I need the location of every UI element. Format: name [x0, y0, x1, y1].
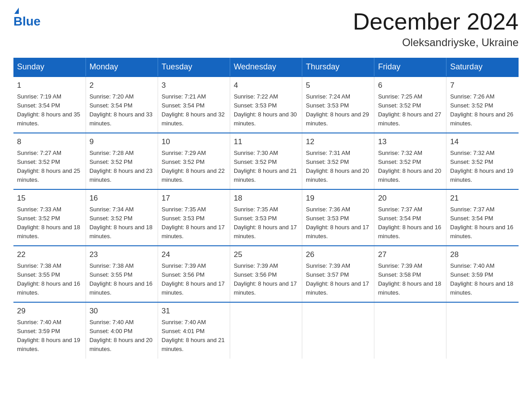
day-info: Sunrise: 7:27 AMSunset: 3:52 PMDaylight:…	[17, 149, 82, 185]
day-info: Sunrise: 7:21 AMSunset: 3:54 PMDaylight:…	[162, 92, 226, 128]
day-info: Sunrise: 7:28 AMSunset: 3:52 PMDaylight:…	[90, 149, 154, 185]
logo: Blue	[13, 9, 41, 28]
calendar-cell: 1 Sunrise: 7:19 AMSunset: 3:54 PMDayligh…	[13, 77, 86, 133]
day-number: 3	[162, 80, 226, 91]
day-number: 7	[450, 80, 515, 91]
day-info: Sunrise: 7:34 AMSunset: 3:52 PMDaylight:…	[90, 205, 154, 241]
calendar-cell: 5 Sunrise: 7:24 AMSunset: 3:53 PMDayligh…	[302, 77, 374, 133]
calendar-cell: 11 Sunrise: 7:30 AMSunset: 3:52 PMDaylig…	[230, 133, 302, 189]
weekday-header-tuesday: Tuesday	[158, 58, 230, 77]
day-info: Sunrise: 7:39 AMSunset: 3:56 PMDaylight:…	[234, 261, 298, 298]
day-number: 23	[90, 249, 154, 261]
weekday-header-sunday: Sunday	[13, 58, 86, 77]
calendar-cell: 28 Sunrise: 7:40 AMSunset: 3:59 PMDaylig…	[446, 246, 519, 302]
weekday-header-saturday: Saturday	[446, 58, 519, 77]
day-info: Sunrise: 7:19 AMSunset: 3:54 PMDaylight:…	[17, 92, 82, 128]
location-title: Oleksandriyske, Ukraine	[353, 36, 519, 49]
calendar-cell: 21 Sunrise: 7:37 AMSunset: 3:54 PMDaylig…	[446, 189, 519, 246]
day-number: 16	[90, 193, 154, 204]
day-number: 1	[17, 80, 82, 91]
calendar-week-row: 1 Sunrise: 7:19 AMSunset: 3:54 PMDayligh…	[13, 77, 519, 133]
calendar-week-row: 8 Sunrise: 7:27 AMSunset: 3:52 PMDayligh…	[13, 133, 519, 189]
day-info: Sunrise: 7:39 AMSunset: 3:58 PMDaylight:…	[378, 261, 442, 298]
day-info: Sunrise: 7:20 AMSunset: 3:54 PMDaylight:…	[90, 92, 154, 128]
calendar-cell: 24 Sunrise: 7:39 AMSunset: 3:56 PMDaylig…	[158, 246, 230, 302]
calendar-cell: 8 Sunrise: 7:27 AMSunset: 3:52 PMDayligh…	[13, 133, 86, 189]
calendar-table: SundayMondayTuesdayWednesdayThursdayFrid…	[13, 58, 519, 358]
calendar-cell: 10 Sunrise: 7:29 AMSunset: 3:52 PMDaylig…	[158, 133, 230, 189]
day-info: Sunrise: 7:32 AMSunset: 3:52 PMDaylight:…	[378, 149, 442, 185]
weekday-header-row: SundayMondayTuesdayWednesdayThursdayFrid…	[13, 58, 519, 77]
calendar-cell: 26 Sunrise: 7:39 AMSunset: 3:57 PMDaylig…	[302, 246, 374, 302]
day-number: 13	[378, 136, 442, 148]
calendar-cell: 16 Sunrise: 7:34 AMSunset: 3:52 PMDaylig…	[86, 189, 158, 246]
calendar-week-row: 29 Sunrise: 7:40 AMSunset: 3:59 PMDaylig…	[13, 302, 519, 358]
day-info: Sunrise: 7:35 AMSunset: 3:53 PMDaylight:…	[234, 205, 298, 241]
day-info: Sunrise: 7:37 AMSunset: 3:54 PMDaylight:…	[450, 205, 515, 241]
day-number: 22	[17, 249, 82, 261]
day-number: 5	[306, 80, 370, 91]
weekday-header-friday: Friday	[374, 58, 446, 77]
calendar-cell	[446, 302, 519, 358]
day-info: Sunrise: 7:40 AMSunset: 4:01 PMDaylight:…	[162, 318, 226, 354]
day-info: Sunrise: 7:40 AMSunset: 4:00 PMDaylight:…	[90, 318, 154, 354]
day-number: 15	[17, 193, 82, 204]
calendar-cell: 2 Sunrise: 7:20 AMSunset: 3:54 PMDayligh…	[86, 77, 158, 133]
calendar-cell: 27 Sunrise: 7:39 AMSunset: 3:58 PMDaylig…	[374, 246, 446, 302]
day-number: 24	[162, 249, 226, 261]
calendar-cell: 6 Sunrise: 7:25 AMSunset: 3:52 PMDayligh…	[374, 77, 446, 133]
calendar-cell: 22 Sunrise: 7:38 AMSunset: 3:55 PMDaylig…	[13, 246, 86, 302]
day-info: Sunrise: 7:39 AMSunset: 3:56 PMDaylight:…	[162, 261, 226, 298]
day-info: Sunrise: 7:40 AMSunset: 3:59 PMDaylight:…	[17, 318, 82, 354]
day-number: 21	[450, 193, 515, 204]
day-number: 6	[378, 80, 442, 91]
calendar-cell: 12 Sunrise: 7:31 AMSunset: 3:52 PMDaylig…	[302, 133, 374, 189]
day-number: 8	[17, 136, 82, 148]
day-number: 14	[450, 136, 515, 148]
day-number: 4	[234, 80, 298, 91]
day-info: Sunrise: 7:40 AMSunset: 3:59 PMDaylight:…	[450, 261, 515, 298]
calendar-week-row: 15 Sunrise: 7:33 AMSunset: 3:52 PMDaylig…	[13, 189, 519, 246]
month-title: December 2024	[353, 9, 519, 34]
day-info: Sunrise: 7:26 AMSunset: 3:52 PMDaylight:…	[450, 92, 515, 128]
weekday-header-wednesday: Wednesday	[230, 58, 302, 77]
day-info: Sunrise: 7:22 AMSunset: 3:53 PMDaylight:…	[234, 92, 298, 128]
calendar-cell: 9 Sunrise: 7:28 AMSunset: 3:52 PMDayligh…	[86, 133, 158, 189]
day-info: Sunrise: 7:38 AMSunset: 3:55 PMDaylight:…	[17, 261, 82, 298]
day-number: 17	[162, 193, 226, 204]
title-block: December 2024 Oleksandriyske, Ukraine	[353, 9, 519, 49]
calendar-cell	[230, 302, 302, 358]
day-number: 27	[378, 249, 442, 261]
calendar-cell: 17 Sunrise: 7:35 AMSunset: 3:53 PMDaylig…	[158, 189, 230, 246]
calendar-week-row: 22 Sunrise: 7:38 AMSunset: 3:55 PMDaylig…	[13, 246, 519, 302]
day-number: 29	[17, 305, 82, 317]
day-info: Sunrise: 7:33 AMSunset: 3:52 PMDaylight:…	[17, 205, 82, 241]
calendar-cell: 25 Sunrise: 7:39 AMSunset: 3:56 PMDaylig…	[230, 246, 302, 302]
day-info: Sunrise: 7:31 AMSunset: 3:52 PMDaylight:…	[306, 149, 370, 185]
day-info: Sunrise: 7:36 AMSunset: 3:53 PMDaylight:…	[306, 205, 370, 241]
page-header: Blue December 2024 Oleksandriyske, Ukrai…	[13, 9, 519, 49]
calendar-cell: 29 Sunrise: 7:40 AMSunset: 3:59 PMDaylig…	[13, 302, 86, 358]
day-number: 28	[450, 249, 515, 261]
day-info: Sunrise: 7:32 AMSunset: 3:52 PMDaylight:…	[450, 149, 515, 185]
day-number: 25	[234, 249, 298, 261]
day-number: 30	[90, 305, 154, 317]
calendar-cell: 7 Sunrise: 7:26 AMSunset: 3:52 PMDayligh…	[446, 77, 519, 133]
day-info: Sunrise: 7:25 AMSunset: 3:52 PMDaylight:…	[378, 92, 442, 128]
day-number: 26	[306, 249, 370, 261]
day-number: 10	[162, 136, 226, 148]
day-number: 31	[162, 305, 226, 317]
day-info: Sunrise: 7:38 AMSunset: 3:55 PMDaylight:…	[90, 261, 154, 298]
calendar-cell: 18 Sunrise: 7:35 AMSunset: 3:53 PMDaylig…	[230, 189, 302, 246]
calendar-cell	[302, 302, 374, 358]
day-info: Sunrise: 7:30 AMSunset: 3:52 PMDaylight:…	[234, 149, 298, 185]
day-number: 11	[234, 136, 298, 148]
calendar-cell: 20 Sunrise: 7:37 AMSunset: 3:54 PMDaylig…	[374, 189, 446, 246]
logo-triangle-icon	[14, 8, 19, 14]
logo-blue-text: Blue	[13, 15, 41, 28]
weekday-header-monday: Monday	[86, 58, 158, 77]
day-number: 12	[306, 136, 370, 148]
day-number: 20	[378, 193, 442, 204]
day-number: 19	[306, 193, 370, 204]
calendar-cell: 31 Sunrise: 7:40 AMSunset: 4:01 PMDaylig…	[158, 302, 230, 358]
